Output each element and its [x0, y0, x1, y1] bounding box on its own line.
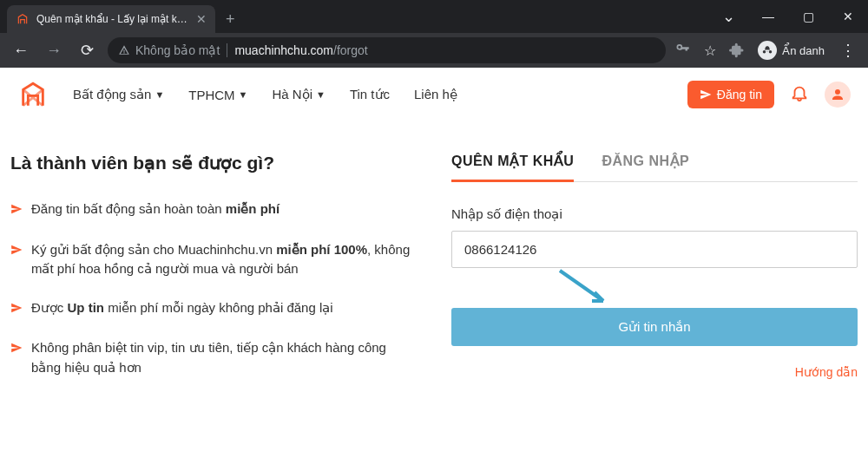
- key-icon[interactable]: [674, 40, 692, 61]
- phone-label: Nhập số điện thoại: [451, 206, 858, 222]
- omnibox-divider: [227, 43, 227, 57]
- nav-item-lien-he[interactable]: Liên hệ: [414, 87, 457, 102]
- post-listing-button[interactable]: Đăng tin: [687, 81, 774, 108]
- browser-menu-button[interactable]: ⋮: [837, 41, 859, 60]
- bookmark-star-icon[interactable]: ☆: [704, 42, 716, 59]
- nav-forward-button[interactable]: →: [42, 38, 66, 62]
- chevron-down-icon: ▼: [155, 89, 164, 100]
- tab-login[interactable]: ĐĂNG NHẬP: [602, 153, 689, 181]
- paper-plane-icon: [10, 300, 23, 320]
- site-nav: Bất động sản▼ TPHCM▼ Hà Nội▼ Tin tức Liê…: [73, 87, 457, 102]
- url-path: /forgot: [333, 43, 368, 57]
- window-dropdown-button[interactable]: ⌄: [708, 0, 748, 33]
- guide-link[interactable]: Hướng dẫn: [451, 365, 858, 379]
- tab-close-icon[interactable]: ✕: [196, 12, 207, 26]
- url-host: muachinhchu.com: [234, 43, 333, 57]
- nav-item-tphcm[interactable]: TPHCM▼: [188, 87, 247, 102]
- site-logo[interactable]: [17, 79, 49, 110]
- arrow-annotation: [451, 268, 858, 301]
- notifications-bell-icon[interactable]: [790, 83, 809, 107]
- paper-plane-icon: [10, 201, 23, 221]
- tab-title: Quên mật khẩu - Lấy lại mật khẩu: [36, 13, 189, 25]
- page-viewport: Bất động sản▼ TPHCM▼ Hà Nội▼ Tin tức Liê…: [0, 68, 868, 451]
- browser-titlebar: Quên mật khẩu - Lấy lại mật khẩu ✕ + ⌄ —…: [0, 0, 868, 33]
- window-controls: ⌄ — ▢ ✕: [708, 0, 868, 33]
- phone-input[interactable]: [451, 231, 858, 268]
- new-tab-button[interactable]: +: [215, 5, 246, 33]
- security-indicator: Không bảo mật: [118, 43, 220, 57]
- chevron-down-icon: ▼: [239, 89, 248, 100]
- auth-panel: QUÊN MẬT KHẨU ĐĂNG NHẬP Nhập số điện tho…: [451, 153, 858, 396]
- benefits-heading: Là thành viên bạn sẽ được gì?: [10, 153, 417, 173]
- browser-address-bar: ← → ⟳ Không bảo mật muachinhchu.com/forg…: [0, 33, 868, 68]
- paper-plane-icon: [700, 88, 712, 101]
- nav-item-ha-noi[interactable]: Hà Nội▼: [273, 87, 326, 102]
- paper-plane-icon: [10, 242, 23, 279]
- tab-favicon: [16, 12, 30, 26]
- security-label: Không bảo mật: [135, 43, 220, 57]
- tab-forgot-password[interactable]: QUÊN MẬT KHẨU: [451, 153, 574, 182]
- benefits-panel: Là thành viên bạn sẽ được gì? Đăng tin b…: [10, 153, 417, 396]
- main-content: Là thành viên bạn sẽ được gì? Đăng tin b…: [0, 121, 868, 414]
- tab-strip: Quên mật khẩu - Lấy lại mật khẩu ✕ +: [0, 0, 708, 33]
- extensions-icon[interactable]: [728, 42, 746, 59]
- benefits-list: Đăng tin bất động sản hoàn toàn miễn phí…: [10, 199, 417, 377]
- window-minimize-button[interactable]: —: [748, 0, 788, 33]
- nav-item-bat-dong-san[interactable]: Bất động sản▼: [73, 87, 164, 102]
- pointer-arrow-icon: [556, 266, 616, 310]
- chevron-down-icon: ▼: [316, 89, 326, 100]
- address-bar-icons: ☆ Ẩn danh ⋮: [674, 40, 859, 61]
- paper-plane-icon: [10, 340, 23, 377]
- address-omnibox[interactable]: Không bảo mật muachinhchu.com/forgot: [108, 37, 666, 63]
- browser-tab[interactable]: Quên mật khẩu - Lấy lại mật khẩu ✕: [7, 5, 215, 33]
- window-maximize-button[interactable]: ▢: [788, 0, 828, 33]
- url-display: muachinhchu.com/forgot: [234, 43, 367, 57]
- user-avatar[interactable]: [825, 82, 851, 108]
- nav-item-tin-tuc[interactable]: Tin tức: [350, 87, 390, 102]
- site-header: Bất động sản▼ TPHCM▼ Hà Nội▼ Tin tức Liê…: [0, 68, 868, 121]
- incognito-indicator[interactable]: Ẩn danh: [758, 41, 825, 60]
- benefit-item: Đăng tin bất động sản hoàn toàn miễn phí: [10, 199, 417, 221]
- window-close-button[interactable]: ✕: [828, 0, 868, 33]
- nav-reload-button[interactable]: ⟳: [75, 38, 99, 62]
- benefit-item: Được Up tin miễn phí mỗi ngày không phải…: [10, 298, 417, 320]
- nav-back-button[interactable]: ←: [9, 38, 33, 62]
- auth-tabs: QUÊN MẬT KHẨU ĐĂNG NHẬP: [451, 153, 858, 182]
- benefit-item: Không phân biệt tin vip, tin ưu tiên, ti…: [10, 338, 417, 377]
- send-message-button[interactable]: Gửi tin nhắn: [451, 308, 858, 346]
- incognito-label: Ẩn danh: [782, 44, 825, 57]
- incognito-icon: [758, 41, 777, 60]
- benefit-item: Ký gửi bất động sản cho Muachinhchu.vn m…: [10, 240, 417, 279]
- warning-icon: [118, 44, 130, 56]
